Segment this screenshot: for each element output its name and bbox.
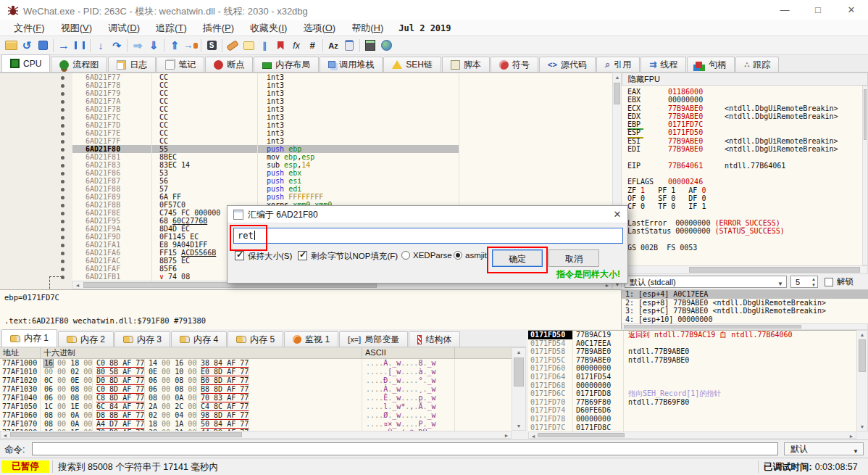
scroll-left-icon[interactable]: ◄	[73, 281, 82, 289]
tab-dump-2[interactable]: 内存 2	[58, 331, 114, 347]
stack-row[interactable]: 0171FD7C0171FD8C	[528, 424, 856, 431]
breakpoint-dot[interactable]	[61, 212, 64, 215]
register-line[interactable]: LastError 00000000 (ERROR_SUCCESS)	[622, 219, 862, 227]
tab-cpu[interactable]: CPU	[1, 54, 50, 72]
arguments-hscrollbar[interactable]	[622, 323, 868, 330]
step-over-button[interactable]: ↷	[109, 38, 125, 54]
scroll-thumb[interactable]	[514, 358, 524, 387]
menu-item[interactable]: 帮助(H)	[343, 20, 391, 36]
breakpoint-dot[interactable]	[61, 260, 64, 263]
register-line[interactable]	[622, 210, 862, 218]
settings-button[interactable]: S	[204, 38, 220, 54]
stack-row[interactable]: 0171FD7800000000	[528, 415, 856, 424]
arguments-view[interactable]: 1: [esp+4] A0C17EEA2: [esp+8] 77B9ABE0 <…	[622, 289, 868, 323]
tab-symbols[interactable]: 符号	[491, 57, 538, 72]
asmjit-radio[interactable]: asmjit	[454, 251, 487, 260]
menu-item[interactable]: 追踪(T)	[148, 20, 195, 36]
breakpoint-dot[interactable]	[61, 100, 64, 104]
stack-row[interactable]: 0171FD5077B9AC19返回到 ntdll.77B9AC19 自 ntd…	[528, 331, 856, 339]
disasm-row[interactable]: 6AD21F896A FFpush FFFFFFFF	[72, 193, 612, 201]
tab-struct[interactable]: 结构体	[409, 331, 460, 347]
breakpoint-dot[interactable]	[61, 148, 64, 152]
close-button[interactable]: ✕	[835, 0, 868, 20]
disasm-row[interactable]: 6AD21F7DCCint3	[72, 121, 612, 129]
stack-row[interactable]: 0171FD7077B69F80ntdll.77B69F80	[528, 398, 856, 407]
scroll-thumb[interactable]	[624, 325, 801, 329]
disasm-row[interactable]: 6AD21F79CCint3	[72, 89, 612, 97]
step-into-button[interactable]: ↓	[93, 38, 109, 54]
menu-item[interactable]: 视图(V)	[53, 20, 100, 36]
menu-item[interactable]: 选项(O)	[295, 20, 343, 36]
menu-item[interactable]: 插件(P)	[195, 20, 242, 36]
execute-till-return-button[interactable]: ⇒	[130, 38, 146, 54]
scroll-thumb[interactable]	[538, 433, 625, 437]
tab-call-stack[interactable]: 调用堆栈	[320, 57, 383, 72]
scroll-up-icon[interactable]: ▲	[514, 348, 523, 356]
register-line[interactable]: ZF 1 PF 1 AF 0	[622, 186, 862, 194]
tab-handles[interactable]: 句柄	[687, 57, 735, 72]
disasm-row[interactable]: 6AD21F7ECCint3	[72, 129, 612, 137]
scroll-thumb[interactable]	[864, 89, 867, 140]
register-line[interactable]: ECX77B9ABE0<ntdll.DbgUiRemoteBreakin>	[622, 104, 862, 112]
tab-log[interactable]: 日志	[108, 57, 156, 72]
breakpoint-dot[interactable]	[61, 156, 64, 160]
run-to-user-code-button[interactable]: →	[183, 38, 199, 54]
stack-row[interactable]: 0171FD5C77B9ABE0ntdll.77B9ABE0	[528, 356, 856, 365]
tab-threads[interactable]: ⇉线程	[640, 57, 686, 72]
hexdump-row[interactable]: 77AF106008 00 0A 00D8 8B AF 7702 00 04 0…	[0, 411, 512, 420]
breakpoint-dot[interactable]	[61, 204, 64, 207]
tab-script[interactable]: 脚本	[442, 57, 490, 72]
breakpoint-dot[interactable]	[61, 164, 64, 168]
hexdump-row[interactable]: 77AF104006 00 08 00C8 8D AF 7708 00 0A 0…	[0, 394, 512, 402]
run-button[interactable]: →	[56, 38, 72, 54]
register-line[interactable]: GS 002B FS 0053	[622, 244, 862, 252]
disasm-row[interactable]: 6AD21F7FCCint3	[72, 137, 612, 145]
scroll-thumb[interactable]	[614, 83, 620, 104]
register-line[interactable]: EIP77B64061ntdll.77B64061	[622, 162, 862, 170]
pause-button[interactable]	[72, 38, 88, 54]
breakpoint-dot[interactable]	[61, 172, 64, 175]
breakpoint-dot[interactable]	[61, 180, 64, 183]
comments-button[interactable]	[241, 38, 256, 54]
argument-count-stepper[interactable]: 5 ▲▼	[790, 276, 818, 288]
breakpoint-dot[interactable]	[61, 244, 64, 247]
stack-row[interactable]: 0171FD640171FD54	[528, 373, 856, 381]
hide-fpu-button[interactable]: 隐藏FPU	[622, 73, 868, 86]
xedparse-radio[interactable]: XEDParse	[401, 251, 452, 260]
tab-breakpoints[interactable]: 断点	[205, 57, 253, 72]
keep-size-checkbox[interactable]: 保持大小(S)	[235, 251, 292, 262]
tab-source[interactable]: <>源代码	[539, 57, 596, 72]
scroll-thumb[interactable]	[689, 267, 860, 273]
tab-notes[interactable]: 笔记	[157, 57, 204, 72]
disasm-row[interactable]: 6AD21F8857push edi	[72, 185, 612, 193]
disasm-row[interactable]: 6AD21F8653push ebx	[72, 169, 612, 177]
breakpoint-dot[interactable]	[61, 76, 64, 80]
registers-view[interactable]: EAX01186000EBX00000000ECX77B9ABE0<ntdll.…	[622, 86, 862, 265]
step-up-button[interactable]: ⇑	[167, 38, 183, 54]
register-line[interactable]: EBX00000000	[622, 96, 862, 104]
breakpoint-dot[interactable]	[61, 236, 64, 239]
breakpoint-dot[interactable]	[61, 132, 64, 136]
hexdump-row[interactable]: 77AF10501C 00 1E 006C 84 AF 772A 00 2C 0…	[0, 402, 512, 411]
scroll-right-icon[interactable]: ►	[502, 431, 511, 439]
disasm-row[interactable]: 6AD21F8383EC 14sub esp,14	[72, 161, 612, 169]
disasm-row[interactable]: 6AD21F78CCint3	[72, 81, 612, 89]
breakpoint-dot[interactable]	[61, 228, 64, 231]
register-line[interactable]: EBP0171FD7C	[622, 120, 862, 128]
stack-row[interactable]: 0171FD6800000000	[528, 381, 856, 390]
spinner-arrows-icon[interactable]: ▲▼	[811, 276, 816, 288]
stack-row[interactable]: 0171FD6000000000	[528, 364, 856, 373]
close-debuggee-button[interactable]	[35, 38, 51, 54]
open-file-button[interactable]	[3, 38, 19, 54]
register-line[interactable]	[622, 153, 862, 161]
column-header-hex[interactable]: 十六进制	[41, 347, 362, 359]
breakpoint-dot[interactable]	[61, 188, 64, 191]
breakpoint-dot[interactable]	[61, 84, 64, 88]
hexdump-view[interactable]: 77AF100016 00 18 00C0 8B AF 7714 00 16 0…	[0, 359, 512, 431]
attach-button[interactable]	[341, 38, 357, 54]
disasm-row[interactable]: 6AD21F8055push ebp	[72, 145, 612, 153]
stack-row[interactable]: 0171FD6C0171FDD8指向SEH_Record[1]的指针	[528, 389, 856, 398]
tab-dump-4[interactable]: 内存 4	[171, 331, 227, 347]
argument-row[interactable]: 1: [esp+4] A0C17EEA	[622, 290, 868, 299]
step-down-button[interactable]: ⇓	[146, 38, 162, 54]
